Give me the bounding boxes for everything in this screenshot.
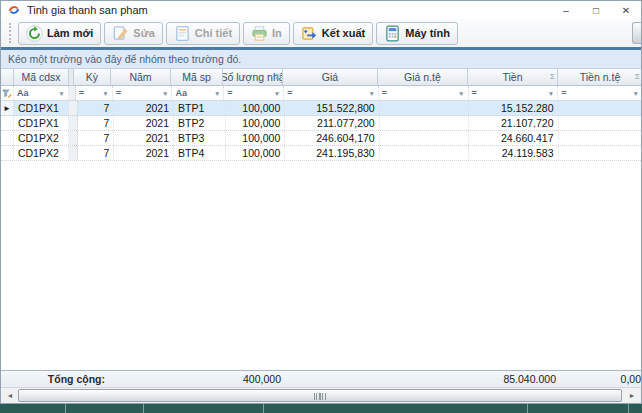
table-row[interactable]: CD1PX2 7 2021 BTP4 100,000 241.195,830 2… bbox=[1, 146, 642, 161]
cell-ma-sp[interactable]: BTP3 bbox=[174, 131, 226, 145]
scrollbar-thumb[interactable] bbox=[18, 389, 622, 402]
filter-dropdown-icon[interactable]: ▼ bbox=[633, 90, 639, 97]
cell-ma-cdsx[interactable]: CD1PX1 bbox=[14, 101, 69, 115]
cell-tien-nte[interactable] bbox=[559, 131, 642, 145]
refresh-button[interactable]: Làm mới bbox=[18, 22, 101, 45]
filter-cell-ky[interactable]: = ▼ bbox=[76, 86, 113, 100]
filter-operator-icon[interactable]: = bbox=[79, 88, 84, 98]
cell-ky[interactable]: 7 bbox=[78, 101, 115, 115]
minimize-icon[interactable]: – bbox=[551, 1, 581, 19]
filter-cell-tien-nte[interactable]: = ▼ bbox=[558, 86, 642, 100]
column-header-nam[interactable]: Năm bbox=[111, 69, 171, 86]
column-header-gia-nte[interactable]: Giá n.tệ bbox=[378, 69, 468, 86]
horizontal-scrollbar[interactable]: ◄ ► bbox=[1, 387, 641, 403]
filter-row-indicator[interactable] bbox=[1, 86, 14, 100]
cell-tien[interactable]: 24.660.417 bbox=[469, 131, 558, 145]
filter-dropdown-icon[interactable]: ▼ bbox=[58, 90, 64, 97]
filter-operator-icon[interactable]: = bbox=[382, 88, 387, 98]
filter-dropdown-icon[interactable]: ▼ bbox=[162, 90, 168, 97]
filter-cell-gia-nte[interactable]: = ▼ bbox=[379, 86, 469, 100]
cell-nam[interactable]: 2021 bbox=[114, 131, 174, 145]
cell-nam[interactable]: 2021 bbox=[114, 146, 174, 160]
table-row[interactable]: CD1PX1 7 2021 BTP2 100,000 211.077,200 2… bbox=[1, 116, 642, 131]
cell-ma-cdsx[interactable]: CD1PX2 bbox=[14, 146, 69, 160]
filter-cell-nam[interactable]: = ▼ bbox=[113, 86, 173, 100]
filter-cell-tien[interactable]: = ▼ bbox=[469, 86, 559, 100]
bottom-bar-tick bbox=[65, 403, 66, 413]
column-header-ma-cdsx[interactable]: Mã cdsx bbox=[14, 69, 69, 86]
filter-operator-icon[interactable]: Aa bbox=[175, 88, 187, 98]
cell-ky[interactable]: 7 bbox=[78, 131, 115, 145]
cell-ma-sp[interactable]: BTP4 bbox=[174, 146, 226, 160]
cell-so-luong[interactable]: 100,000 bbox=[226, 101, 286, 115]
scroll-right-icon[interactable]: ► bbox=[624, 389, 640, 402]
filter-dropdown-icon[interactable]: ▼ bbox=[274, 90, 280, 97]
cell-gia[interactable]: 241.195,830 bbox=[285, 146, 379, 160]
cell-gia-nte[interactable] bbox=[380, 116, 469, 130]
cell-gia-nte[interactable] bbox=[380, 101, 469, 115]
detail-button[interactable]: Chi tiết bbox=[166, 22, 240, 45]
filter-operator-icon[interactable]: = bbox=[287, 88, 292, 98]
cell-ky[interactable]: 7 bbox=[78, 146, 115, 160]
cell-tien-nte[interactable] bbox=[559, 101, 642, 115]
group-by-panel[interactable]: Kéo một trường vào đây để nhóm theo trườ… bbox=[1, 50, 641, 69]
row-indicator bbox=[1, 131, 14, 145]
print-button[interactable]: In bbox=[243, 22, 290, 45]
bottom-bar-tick bbox=[263, 403, 264, 413]
cell-tien[interactable]: 21.107.720 bbox=[469, 116, 558, 130]
column-header-tien[interactable]: Tiền Σ bbox=[468, 69, 558, 86]
cell-ma-sp[interactable]: BTP1 bbox=[174, 101, 226, 115]
column-header-ma-sp[interactable]: Mã sp bbox=[171, 69, 223, 86]
toolbar-overflow-handle[interactable] bbox=[632, 22, 641, 44]
cell-tien[interactable]: 15.152.280 bbox=[469, 101, 558, 115]
cell-nam[interactable]: 2021 bbox=[114, 101, 174, 115]
sigma-icon: Σ bbox=[635, 72, 640, 81]
cell-gia[interactable]: 246.604,170 bbox=[285, 131, 379, 145]
filter-cell-ma-cdsx[interactable]: Aa ▼ bbox=[14, 86, 69, 100]
scroll-left-icon[interactable]: ◄ bbox=[2, 389, 18, 402]
filter-dropdown-icon[interactable]: ▼ bbox=[458, 90, 464, 97]
cell-so-luong[interactable]: 100,000 bbox=[226, 116, 286, 130]
filter-cell-so-luong[interactable]: = ▼ bbox=[224, 86, 284, 100]
filter-cell-ma-sp[interactable]: Aa ▼ bbox=[172, 86, 224, 100]
export-button[interactable]: Kết xuất bbox=[293, 22, 373, 45]
filter-operator-icon[interactable]: Aa bbox=[17, 88, 29, 98]
filter-operator-icon[interactable]: = bbox=[561, 88, 566, 98]
cell-tien-nte[interactable] bbox=[559, 146, 642, 160]
fixed-column-separator bbox=[69, 116, 78, 130]
column-header-ky[interactable]: Kỳ bbox=[74, 69, 111, 86]
filter-cell-gia[interactable]: = ▼ bbox=[284, 86, 379, 100]
cell-ma-cdsx[interactable]: CD1PX1 bbox=[14, 116, 69, 130]
filter-dropdown-icon[interactable]: ▼ bbox=[548, 90, 554, 97]
edit-button[interactable]: Sửa bbox=[104, 22, 162, 45]
cell-ma-cdsx[interactable]: CD1PX2 bbox=[14, 131, 69, 145]
column-header-tien-nte[interactable]: Tiền n.tệ Σ bbox=[558, 69, 642, 86]
cell-so-luong[interactable]: 100,000 bbox=[226, 146, 286, 160]
filter-dropdown-icon[interactable]: ▼ bbox=[102, 90, 108, 97]
cell-ma-sp[interactable]: BTP2 bbox=[174, 116, 226, 130]
close-icon[interactable]: ✕ bbox=[611, 1, 641, 19]
cell-gia-nte[interactable] bbox=[380, 131, 469, 145]
filter-dropdown-icon[interactable]: ▼ bbox=[214, 90, 220, 97]
toolbar-grip[interactable] bbox=[9, 23, 12, 43]
maximize-icon[interactable]: □ bbox=[581, 1, 611, 19]
table-row[interactable]: CD1PX2 7 2021 BTP3 100,000 246.604,170 2… bbox=[1, 131, 642, 146]
fixed-column-separator bbox=[69, 101, 78, 115]
cell-gia[interactable]: 211.077,200 bbox=[285, 116, 379, 130]
filter-operator-icon[interactable]: = bbox=[472, 88, 477, 98]
cell-tien[interactable]: 24.119.583 bbox=[469, 146, 558, 160]
cell-nam[interactable]: 2021 bbox=[114, 116, 174, 130]
column-header-gia[interactable]: Giá bbox=[283, 69, 378, 86]
cell-gia[interactable]: 151.522,800 bbox=[285, 101, 379, 115]
cell-so-luong[interactable]: 100,000 bbox=[226, 131, 286, 145]
filter-dropdown-icon[interactable]: ▼ bbox=[368, 90, 374, 97]
filter-operator-icon[interactable]: = bbox=[116, 88, 121, 98]
filter-operator-icon[interactable]: = bbox=[227, 88, 232, 98]
table-row[interactable]: ► CD1PX1 7 2021 BTP1 100,000 151.522,800… bbox=[1, 101, 642, 116]
cell-ky[interactable]: 7 bbox=[78, 116, 115, 130]
sigma-icon: Σ bbox=[275, 72, 280, 81]
cell-gia-nte[interactable] bbox=[380, 146, 469, 160]
column-header-so-luong[interactable]: Số lượng nhậ Σ bbox=[223, 69, 283, 86]
calculator-button[interactable]: Máy tính bbox=[376, 22, 458, 45]
cell-tien-nte[interactable] bbox=[559, 116, 642, 130]
